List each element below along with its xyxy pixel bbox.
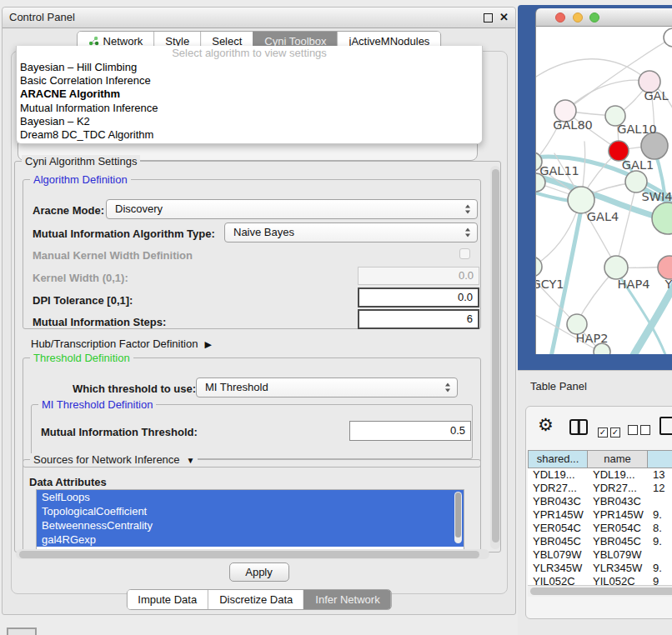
network-node-gcy1[interactable] [536, 257, 542, 277]
table-cell: YER054C [593, 522, 641, 535]
dropdown-item[interactable]: Dream8 DC_TDC Algorithm [17, 128, 482, 142]
table-cell: YDR27... [533, 482, 577, 495]
collapsed-panel-button[interactable] [7, 628, 37, 635]
dropdown-item[interactable]: ARACNE Algorithm [17, 88, 482, 101]
network-edge[interactable] [536, 59, 649, 82]
dpi-tolerance-field[interactable]: 0.0 [358, 288, 479, 308]
mi-threshold-field[interactable]: 0.5 [349, 421, 471, 441]
network-canvas[interactable]: GALGAL80GAL10GAL1GAL11SWI4GAL4GCY1HAP4YH… [535, 27, 672, 354]
table-row[interactable]: YBR045CYBR045C9. [528, 535, 672, 548]
dropdown-item[interactable]: Mutual Information Inference [17, 102, 482, 115]
table-row[interactable]: YBR043CYBR043C [528, 495, 672, 508]
float-window-icon[interactable] [484, 13, 493, 22]
table-horizontal-scrollbar[interactable] [528, 585, 672, 597]
network-node-y[interactable] [658, 256, 672, 279]
settings-vertical-scrollbar[interactable] [490, 166, 500, 549]
table-cell: YBR043C [593, 495, 641, 508]
mi-threshold-value: 0.5 [450, 424, 465, 437]
which-threshold-combobox[interactable]: MI Threshold [196, 378, 458, 398]
list-item[interactable]: gal4RGexp [37, 532, 464, 547]
table-row[interactable]: YPR145WYPR145W9. [528, 508, 672, 522]
table-cell: YIL052C [533, 575, 575, 585]
table-row[interactable]: YDL19...YDL19...13 [528, 468, 672, 482]
network-node[interactable] [652, 202, 672, 234]
network-node[interactable] [641, 132, 668, 159]
table-cell: YLR345W [533, 562, 582, 575]
tab-infer-network[interactable]: Infer Network [303, 590, 390, 609]
bottom-tabbar: Impute DataDiscretize DataInfer Network [126, 589, 391, 610]
split-view-icon[interactable] [569, 419, 588, 435]
which-threshold-label: Which threshold to use: [73, 382, 196, 395]
table-cell: YDL19... [593, 468, 635, 482]
algorithm-definition-title: Algorithm Definition [30, 173, 131, 186]
mi-algorithm-type-value: Naive Bayes [233, 223, 294, 242]
select-all-checkboxes-icon[interactable]: ✓✓ [598, 423, 623, 438]
table-row[interactable]: YDR27...YDR27...12 [528, 482, 672, 495]
network-edge[interactable] [616, 185, 636, 267]
table-header-extra[interactable] [648, 450, 672, 468]
node-label-gal: GAL [644, 89, 668, 102]
control-panel: Control Panel ✕ NetworkStyleSelectCyni T… [2, 7, 516, 615]
tab-discretize-data[interactable]: Discretize Data [208, 590, 303, 609]
dropdown-item[interactable]: Basic Correlation Inference [17, 74, 482, 88]
table-row[interactable]: YBL079WYBL079W [528, 548, 672, 562]
kernel-width-field[interactable]: 0.0 [358, 267, 479, 285]
dpi-tolerance-label: DPI Tolerance [0,1]: [33, 294, 133, 307]
mac-zoom-icon[interactable] [589, 12, 599, 22]
aracne-mode-combobox[interactable]: Discovery [106, 199, 478, 219]
network-graph[interactable]: GALGAL80GAL10GAL1GAL11SWI4GAL4GCY1HAP4YH… [536, 27, 672, 354]
manual-kernel-width-label: Manual Kernel Width Definition [33, 249, 193, 262]
table-header-name[interactable]: name [588, 450, 648, 468]
table-header-shared[interactable]: shared... [528, 450, 588, 468]
table-cell: 12 [653, 482, 664, 495]
table-cell: YDL19... [533, 468, 575, 482]
sources-group-title[interactable]: Sources for Network Inference▼ [30, 453, 198, 466]
application-window: Control Panel ✕ NetworkStyleSelectCyni T… [0, 0, 672, 635]
hub-definition-toggle[interactable]: Hub/Transcription Factor Definition▶ [31, 338, 212, 350]
settings-horizontal-scrollbar[interactable] [16, 549, 489, 559]
table-row[interactable]: YER054CYER054C8. [528, 522, 672, 535]
network-window-titlebar[interactable] [535, 8, 672, 27]
table-row[interactable]: YIL052CYIL052C9 [528, 575, 672, 585]
table-body[interactable]: YDL19...YDL19...13YDR27...YDR27...12YBR0… [528, 468, 672, 585]
combo-stepper-icon [465, 205, 471, 214]
dpi-tolerance-value: 0.0 [458, 291, 473, 303]
network-edge[interactable] [565, 80, 649, 111]
table-cell: YPR145W [533, 508, 584, 522]
threshold-definition-title: Threshold Definition [30, 352, 133, 364]
tab-impute-data[interactable]: Impute Data [127, 590, 208, 609]
node-label-gcy1: GCY1 [536, 278, 564, 291]
apply-button[interactable]: Apply [229, 562, 289, 582]
list-scrollbar[interactable] [454, 492, 462, 543]
list-item[interactable]: TopologicalCoefficient [37, 504, 464, 518]
mi-algorithm-type-combobox[interactable]: Naive Bayes [224, 222, 478, 242]
aracne-mode-value: Discovery [115, 200, 163, 218]
list-item[interactable]: SelfLoops [37, 490, 464, 504]
table-panel-title: Table Panel [530, 380, 587, 392]
mac-close-icon[interactable] [555, 12, 565, 22]
table-cell: YBL079W [533, 548, 582, 562]
manual-kernel-width-checkbox[interactable] [459, 248, 470, 259]
table-cell: YBR045C [593, 535, 641, 548]
mi-steps-field[interactable]: 6 [358, 309, 479, 329]
dropdown-item[interactable]: Bayesian – Hill Climbing [17, 61, 482, 74]
list-item[interactable]: BetweennessCentrality [37, 518, 464, 532]
table-row[interactable]: YLR345WYLR345W9. [528, 562, 672, 575]
mac-minimize-icon[interactable] [573, 12, 583, 22]
expanded-arrow-icon: ▼ [187, 456, 195, 465]
network-node-hap4[interactable] [604, 256, 628, 279]
control-panel-title: Control Panel [9, 8, 75, 28]
close-icon[interactable]: ✕ [499, 8, 509, 28]
document-icon[interactable] [659, 417, 672, 435]
dropdown-item[interactable]: Bayesian – K2 [17, 115, 482, 128]
gear-icon[interactable]: ⚙ [538, 415, 554, 435]
deselect-all-checkboxes-icon[interactable] [628, 423, 653, 438]
which-threshold-value: MI Threshold [205, 378, 268, 397]
table-cell: 9 [653, 575, 659, 585]
data-attributes-list[interactable]: SelfLoopsTopologicalCoefficientBetweenne… [36, 489, 464, 552]
control-panel-titlebar[interactable]: Control Panel ✕ [3, 8, 515, 28]
node-label-gal1: GAL1 [622, 158, 654, 172]
table-cell: YBR043C [533, 495, 581, 508]
collapsed-arrow-icon: ▶ [204, 339, 211, 349]
network-node[interactable] [664, 28, 672, 47]
